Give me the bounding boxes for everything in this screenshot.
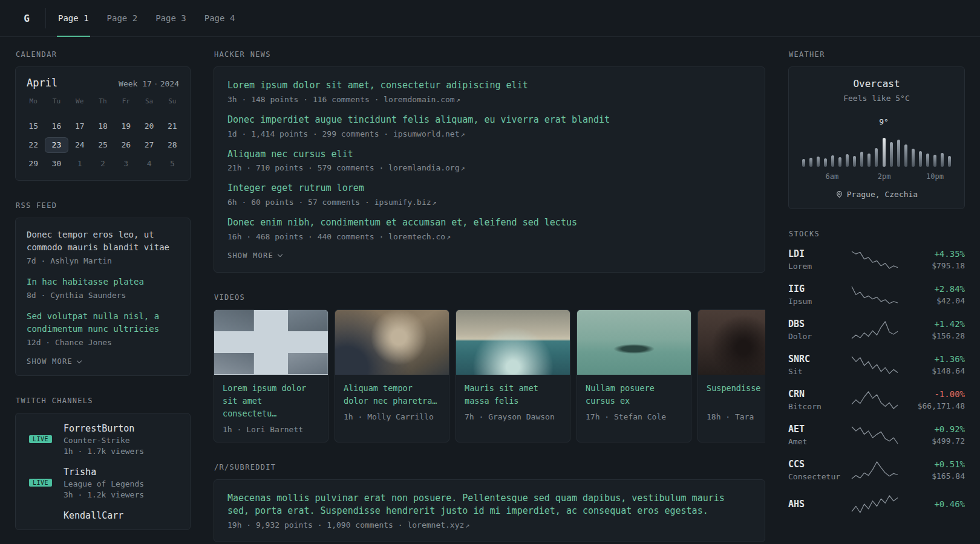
hackernews-domain-link[interactable]: ipsumworld.net↗ [393,129,465,138]
hackernews-item-meta: 21h · 710 points · 579 comments · loreml… [227,163,751,172]
video-card[interactable]: Suspendisse diam 18h · Tara [697,309,765,442]
stock-row[interactable]: CCS Consectetur +0.51% $165.84 [788,459,965,481]
stock-name: Lorem [788,262,845,271]
calendar-date: 2 [91,156,114,172]
hackernews-item-link[interactable]: Integer eget rutrum lorem [227,182,751,195]
hackernews-widget: HACKER NEWS Lorem ipsum dolor sit amet, … [214,50,765,273]
calendar-grid: 15 16 17 18 19 20 21 22 [16,117,190,180]
twitch-channel-name: ForrestBurton [64,423,144,434]
hackernews-item-link[interactable]: Donec enim nibh, condimentum et accumsan… [227,216,751,230]
subreddit-domain-link[interactable]: loremnet.xyz↗ [407,520,469,529]
external-link-icon: ↗ [465,521,469,529]
stock-values: -1.00% $66,171.48 [904,389,965,410]
hackernews-item-link[interactable]: Lorem ipsum dolor sit amet, consectetur … [227,79,751,92]
video-info: Nullam posuere cursus ex 17h · Stefan Co… [577,375,691,429]
video-card[interactable]: Lorem ipsum dolor sit amet consectetu… 1… [214,309,328,442]
stock-price: $66,171.48 [904,401,965,410]
hackernews-list: Lorem ipsum dolor sit amet, consectetur … [227,79,751,241]
calendar-card: April Week 17·2024 MoTuWeThFrSaSu 15 16 … [15,66,191,181]
rss-item-link[interactable]: Donec tempor eros leo, ut commodo mauris… [27,228,179,254]
stock-name: Sit [788,367,845,376]
stocks-widget: STOCKS LDI Lorem +4.35% $795.18 [788,230,965,514]
video-meta: 18h · Tara [707,412,765,421]
calendar-date: 24 [68,137,91,153]
chevron-down-icon [77,358,82,363]
stock-row[interactable]: DBS Dolor +1.42% $156.28 [788,319,965,341]
right-column: WEATHER Overcast Feels like 5°C 9° 6am2p… [788,50,965,527]
stock-identity: IIG Ipsum [788,283,845,306]
twitch-channel-info: Trisha League of Legends 3h · 1.2k viewe… [64,467,144,499]
hackernews-item: Donec enim nibh, condimentum et accumsan… [227,216,751,241]
rss-item-link[interactable]: In hac habitasse platea [27,276,179,288]
logo-divider [45,8,46,28]
app-logo[interactable]: G [15,7,38,30]
twitch-channel-row[interactable]: LIVE Trisha League of Legends 3h · 1.2k … [27,467,179,499]
rss-item-meta: 7d · Ashlyn Martin [27,256,179,265]
top-bar: G Page 1 Page 2 Page 3 Page 4 [0,0,980,37]
hackernews-domain-link[interactable]: loremdomain.com↗ [384,95,460,104]
twitch-channel-row[interactable]: KendallCarr [27,510,179,521]
video-card[interactable]: Nullam posuere cursus ex 17h · Stefan Co… [577,309,691,442]
page-tab[interactable]: Page 3 [154,0,188,37]
twitch-channel-meta: 3h · 1.2k viewers [64,490,144,499]
subreddit-post: Maecenas mollis pulvinar erat non posuer… [227,492,751,530]
stock-row[interactable]: LDI Lorem +4.35% $795.18 [788,248,965,271]
videos-widget-title: VIDEOS [214,293,765,302]
weather-card: Overcast Feels like 5°C 9° 6am2pm10pm Pr… [788,66,965,209]
video-title: Mauris sit amet massa felis [465,382,561,407]
subreddit-widget-title: /R/SUBREDDIT [214,463,765,471]
stock-row[interactable]: IIG Ipsum +2.84% $42.04 [788,283,965,306]
video-meta: 1h · Lori Barnett [223,425,319,434]
video-info: Aliquam tempor dolor nec pharetra… 1h · … [335,375,449,429]
stock-identity: DBS Dolor [788,319,845,341]
stock-symbol: DBS [788,319,845,329]
calendar-day-header: Mo [22,95,45,109]
stock-change: +2.84% [904,284,965,294]
stock-row[interactable]: AET Amet +0.92% $499.72 [788,424,965,446]
stock-sparkline [845,494,904,514]
hackernews-item-meta: 6h · 60 points · 57 comments · ipsumify.… [227,198,751,207]
stock-symbol: AHS [788,499,845,510]
calendar-header: April Week 17·2024 [16,67,190,94]
rss-item-link[interactable]: Sed volutpat nulla nisl, a condimentum n… [27,310,179,335]
stock-row[interactable]: AHS +0.46% [788,494,965,514]
page-tabs: Page 1 Page 2 Page 3 Page 4 [57,0,236,36]
calendar-date: 21 [161,118,184,134]
video-meta: 7h · Grayson Dawson [465,412,561,421]
subreddit-widget: /R/SUBREDDIT Maecenas mollis pulvinar er… [214,463,765,543]
weather-location: Prague, Czechia [800,190,953,199]
hackernews-item-link[interactable]: Donec imperdiet augue tincidunt felis al… [227,114,751,127]
hackernews-domain-link[interactable]: ipsumify.biz↗ [374,198,437,207]
stock-row[interactable]: CRN Bitcorn -1.00% $66,171.48 [788,389,965,411]
subreddit-post-link[interactable]: Maecenas mollis pulvinar erat non posuer… [227,492,751,519]
hackernews-domain-link[interactable]: loremtech.co↗ [388,232,451,241]
video-card[interactable]: Mauris sit amet massa felis 7h · Grayson… [456,309,570,442]
video-title: Suspendisse diam [707,382,765,407]
page-tab[interactable]: Page 1 [57,0,90,37]
stock-name: Consectetur [788,472,845,481]
twitch-channel-category: League of Legends [64,479,144,488]
video-card[interactable]: Aliquam tempor dolor nec pharetra… 1h · … [335,309,449,442]
stock-sparkline [845,250,904,270]
rss-show-more-button[interactable]: SHOW MORE [27,357,81,366]
calendar-week: Week 17 [119,79,152,88]
hackernews-domain-link[interactable]: loremlandia.org↗ [388,163,465,172]
hackernews-show-more-button[interactable]: SHOW MORE [227,251,282,260]
calendar-date: 26 [114,137,137,153]
calendar-date: 20 [137,118,160,134]
video-title: Nullam posuere cursus ex [586,382,682,407]
video-thumbnail [577,310,691,375]
stock-row[interactable]: SNRC Sit +1.36% $148.64 [788,354,965,376]
external-link-icon: ↗ [461,130,465,138]
weather-condition: Overcast [800,78,953,89]
page-tab[interactable]: Page 2 [106,0,139,37]
twitch-channel-row[interactable]: LIVE ForrestBurton Counter-Strike 1h · 1… [27,423,179,456]
page-tab[interactable]: Page 4 [203,0,237,37]
video-info: Suspendisse diam 18h · Tara [698,375,765,429]
stock-symbol: AET [788,424,845,435]
hackernews-item-link[interactable]: Aliquam nec cursus elit [227,148,751,161]
stock-name: Ipsum [788,297,845,306]
hackernews-item: Aliquam nec cursus elit 21h · 710 points… [227,148,751,173]
stock-change: +0.92% [904,424,965,434]
stock-values: +2.84% $42.04 [904,284,965,305]
